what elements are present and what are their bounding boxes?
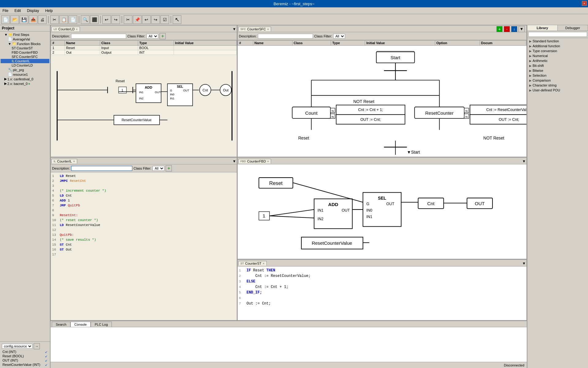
tree-item-counterst[interactable]: ST CounterST [1,46,49,50]
tab-close-counterst[interactable]: × [263,262,265,265]
il-class-filter[interactable]: All [153,166,164,171]
zoom-fit-button[interactable]: 🔍 [81,15,89,24]
il-add-var-btn[interactable]: + [166,165,172,171]
il-editor-content[interactable]: 1LD Reset 2JMPC ResetCnt 3 4(* increment… [51,172,237,320]
tree-item-bacnet[interactable]: ▶ 2.x: bacnet_0 + [1,81,49,86]
tree-item-plcprg[interactable]: 🔧 plc_prg [1,67,49,72]
scissors-button[interactable]: ✂ [124,15,132,24]
zoom-button[interactable]: ⬛ [90,15,99,24]
tab-close-countersfc[interactable]: × [267,28,269,31]
config-select[interactable]: config.resource [2,344,32,349]
tab-library[interactable]: Library [527,25,558,31]
lib-item-numerical[interactable]: ▶ Numerical [528,53,587,58]
lib-search-input[interactable] [528,32,587,37]
menu-edit[interactable]: Edit [13,8,22,13]
tab-counterst[interactable]: ST CounterST × [238,261,267,266]
tree-item-functionblocks[interactable]: ▼ 📁 Function Blocks [1,41,49,46]
ld-sel-label: SEL [177,85,183,88]
tab-search[interactable]: Search [52,322,70,327]
save-button[interactable]: 💾 [20,15,28,24]
tab-console[interactable]: Console [70,322,91,327]
copy-button[interactable]: 📋 [59,15,68,24]
lib-item-arithmetic[interactable]: ▶ Arithmetic [528,58,587,63]
var-item-cnt: Cnt (INT) ↙ [1,350,49,354]
lib-item-charstring[interactable]: ▶ Character string [528,83,587,88]
open-button[interactable]: 📂 [10,15,19,24]
sfc-action-rc1: Cnt := ResetCounterValue; [486,108,526,112]
tree-label: 2.x: bacnet_0 [7,82,28,86]
config-go-button[interactable]: → [34,343,40,349]
pin-button[interactable]: 📌 [133,15,141,24]
class-filter-select[interactable]: All [146,34,158,39]
forward-button[interactable]: ↪ [151,15,160,24]
cut-button[interactable]: ✂ [50,15,59,24]
menu-help[interactable]: Help [44,8,54,13]
lib-item-additional[interactable]: ▶ Additional function [528,44,587,48]
tab-debugger[interactable]: Debugger [558,25,588,31]
sfc-collapse-btn[interactable]: ▼ [518,26,525,32]
tab-plclog[interactable]: PLC Log [91,322,112,327]
print-button[interactable]: 🖨 [38,15,47,24]
panel-resize-btn[interactable]: ▼ [232,27,236,31]
menu-display[interactable]: Display [26,8,40,13]
back-button[interactable]: ↩ [142,15,151,24]
tab-close-counterfbd[interactable]: × [267,160,269,163]
tab-counterld[interactable]: LD CounterLD × [51,27,80,31]
undo-button[interactable]: ↩ [102,15,111,24]
tree-item-counteril[interactable]: IL CounterIL [1,59,49,63]
lib-item-comparison[interactable]: ▶ Comparison [528,78,587,83]
desc-input[interactable] [71,34,126,39]
console-content [51,327,527,362]
tab-countersfc[interactable]: SFC CounterSFC × [238,27,271,31]
cell-class: Input [100,46,138,50]
tab-counterfbd[interactable]: FBD CounterFBD × [238,159,271,163]
sfc-del-btn[interactable]: - [504,26,510,32]
lib-item-typeconversion[interactable]: ▶ Type conversion [528,48,587,53]
fbd-sel-in1: IN1 [366,215,372,219]
tab-close-counteril[interactable]: × [73,160,75,163]
lib-item-userdefined[interactable]: ▶ User-defined POU [528,88,587,93]
add-var-button[interactable]: + [160,33,166,39]
tab-close-counterld[interactable]: × [76,28,78,31]
fbd-panel-btn[interactable]: ▼ [522,159,526,163]
tree-item-firststeps[interactable]: ▼ ⭐ First Steps [1,32,49,37]
save-as-button[interactable]: 📤 [29,15,37,24]
lib-item-bitshift[interactable]: ▶ Bit-shift [528,63,587,68]
il-line-4: 4(* increment counter *) [52,188,236,193]
tree-icon: ⭐ [8,33,13,36]
sfc-class-filter[interactable]: All [333,34,345,39]
lib-item-label: Comparison [533,79,551,82]
counterst-tabbar: ST CounterST × ▼ [238,260,526,266]
sfc-desc-input[interactable] [258,34,313,39]
tree-item-counterfbd[interactable]: FBD CounterFBD [1,50,49,55]
il-line-13: 13QuitPb: [52,232,236,237]
lib-item-selection[interactable]: ▶ Selection [528,73,587,78]
lib-item-bitwise[interactable]: ▶ Bitwise [528,68,587,73]
st-editor-content[interactable]: 1 IF Reset THEN 2 Cnt := ResetCounterVal… [238,266,526,320]
paste-button[interactable]: 📄 [69,15,77,24]
cursor-button[interactable]: ↖ [173,15,181,24]
tree-item-counterld[interactable]: LD CounterLD [1,63,49,67]
tree-item-averageval[interactable]: 📄 AverageVal [1,37,49,41]
tab-counteril[interactable]: IL CounterIL × [51,159,77,163]
fbd-in1: IN1 [318,208,323,213]
new-button[interactable]: 📄 [1,15,10,24]
lib-item-standard[interactable]: ▶ Standard function [528,39,587,44]
st-panel-btn[interactable]: ▼ [522,261,526,266]
redo-button[interactable]: ↪ [111,15,120,24]
il-line-11: 11LD ResetCounterValue [52,223,236,228]
il-panel-btn[interactable]: ▼ [232,159,236,163]
tree-item-canfestival[interactable]: ▶ 1.x: canfestival_0 [1,77,49,81]
tree-item-resource1[interactable]: 📄 resource1 [1,72,49,77]
sfc-down-btn[interactable]: ↓ [511,26,517,32]
check-button[interactable]: ☑ [160,15,169,24]
counteril-toolbar: Description: Class Filter: All + [51,164,237,172]
il-desc-input[interactable] [71,166,132,171]
close-button[interactable]: × [582,1,587,6]
menu-file[interactable]: File [1,8,9,13]
tree-item-countersfc[interactable]: SFC CounterSFC [1,55,49,59]
sfc-add-btn[interactable]: + [496,26,503,32]
tree-label: CounterLD [17,63,33,67]
sfc-filter-label: Class Filter: [314,34,332,38]
editors-mid-row: IL CounterIL × ▼ Description: Class Filt… [51,157,527,320]
